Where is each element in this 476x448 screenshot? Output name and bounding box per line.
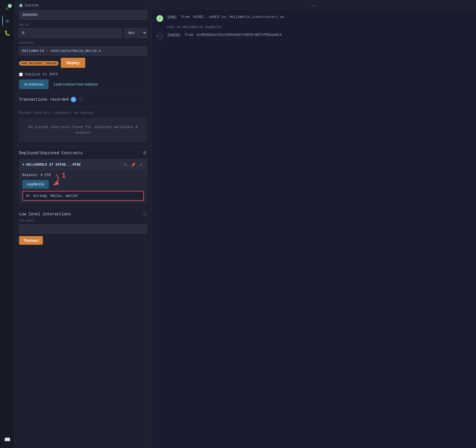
balance-value: 0 ETH [41,173,51,177]
at-address-row: At Address Load contract from Address [19,79,147,89]
sidebar-icon-docs[interactable]: 📖 [2,435,12,445]
sidebar-icon-deploy[interactable]: ◇ [2,16,12,26]
deploy-button[interactable]: Deploy [61,58,85,68]
result-text: 0: string: Hello, world! [26,194,79,198]
transactions-row[interactable]: Transactions recorded 1 ⓘ › [15,93,152,107]
low-level-section: Low level interactions ⓘ CALLDATA Transa… [15,207,152,249]
pin-button[interactable]: 📌 [130,162,137,168]
contract-select-wrapper: HelloWorld - contracts/Hello_World.s [19,46,147,56]
calldata-input[interactable] [19,225,147,234]
call-to-label: call to HelloWorld.sayHello [156,25,472,29]
no-pinned-text: No pinned contracts found for selected w… [28,125,138,135]
chevron-right-icon: › [145,98,147,102]
publish-checkbox[interactable] [19,73,23,76]
transact-button[interactable]: Transact [19,236,43,245]
contract-item: ▼ HELLOWORLD AT 0XF8E...9FBE ⧉ 📌 ✕ Balan… [19,159,147,204]
custom-radio-row: Custom [19,3,147,8]
vm-tag: [vm] [167,15,177,19]
low-level-header: Low level interactions ⓘ [19,212,147,217]
say-hello-button[interactable]: sayHello [22,180,49,189]
value-input[interactable] [19,28,122,38]
pinned-section: Pinned Contracts (network: vm-cancun) No… [15,107,152,146]
at-address-button[interactable]: At Address [19,79,48,89]
console-entries: ✓ [vm] from: 0x5B3...eddC4 to: HelloWorl… [152,10,476,44]
trash-icon[interactable]: 🗑 [143,150,147,156]
pinned-title: Pinned Contracts (network: vm-cancun) [19,110,147,115]
balance-row: Balance: 0 ETH [22,173,144,177]
balance-label: Balance: [22,173,41,177]
console-text-2: [call] from: 0x5B38Da6a701c568545dCfcB03… [167,33,281,38]
deployed-section: Deployed/Unpinned Contracts 🗑 ▼ HELLOWOR… [15,146,152,207]
load-contract-button[interactable]: Load contract from Address [48,79,103,89]
deployed-header: Deployed/Unpinned Contracts 🗑 [19,150,147,156]
annotation-number: 1 [62,171,66,180]
console-entry-2: CALL [call] from: 0x5B38Da6a701c568545dC… [156,33,472,40]
chevron-down-icon[interactable]: ▼ [22,163,24,167]
transactions-badge: 1 [71,97,76,102]
say-hello-wrapper: sayHello 1 [22,180,49,189]
console-msg-1: from: 0x5B3...eddC4 to: HelloWorld.(cons… [181,15,284,19]
close-button[interactable]: ✕ [138,162,144,168]
console-area: ✓ [vm] from: 0x5B3...eddC4 to: HelloWorl… [152,10,476,448]
unit-select[interactable]: Wei Gwei Ether [124,28,147,38]
gas-limit-input[interactable]: 3000000 [19,10,147,20]
plugin-badge: ✓ [8,4,12,8]
debug-icon: 🐛 [4,30,10,36]
transactions-title: Transactions recorded [19,97,68,102]
calldata-input-row [19,225,147,236]
console-text-1: [vm] from: 0x5B3...eddC4 to: HelloWorld.… [167,15,284,20]
no-pinned-box: No pinned contracts found for selected w… [19,118,147,142]
contract-label: CONTRACT [19,41,147,45]
custom-radio[interactable] [19,4,23,7]
deployed-title: Deployed/Unpinned Contracts [19,151,143,155]
sidebar: ⇄ ✓ ◇ 🐛 📖 [0,0,15,448]
contract-header: ▼ HELLOWORLD AT 0XF8E...9FBE ⧉ 📌 ✕ [19,159,147,170]
info-icon: ⓘ [78,97,82,102]
result-box: 0: string: Hello, world! [22,191,144,201]
calldata-label: CALLDATA [19,219,147,222]
docs-icon: 📖 [4,437,10,443]
left-panel: Custom 3000000 VALUE Wei Gwei Ether CONT… [15,0,152,448]
deploy-icon: ◇ [6,18,9,24]
call-icon-2: CALL [156,33,163,40]
gas-section: Custom 3000000 VALUE Wei Gwei Ether CONT… [15,0,152,93]
publish-row: Publish to IPFS [19,72,147,77]
publish-label: Publish to IPFS [25,72,58,77]
copy-button[interactable]: ⧉ [123,162,128,168]
low-level-info-icon: ⓘ [143,212,147,217]
low-level-title: Low level interactions [19,212,143,216]
value-row: Wei Gwei Ether [19,28,147,38]
contract-select[interactable]: HelloWorld - contracts/Hello_World.s [19,46,147,56]
call-tag: [call] [167,33,181,37]
right-panel: ⌄⌄ ✓ [vm] from: 0x5B3...eddC4 to: HelloW… [152,0,476,448]
sidebar-icon-plugin[interactable]: ⇄ ✓ [2,3,12,13]
contract-name: HELLOWORLD AT 0XF8E...9FBE [26,163,121,167]
console-entry-1: ✓ [vm] from: 0x5B3...eddC4 to: HelloWorl… [156,15,472,22]
contract-body: Balance: 0 ETH sayHello 1 [19,170,147,204]
pinned-network: (network: vm-cancun) [54,111,94,115]
sidebar-icon-debug[interactable]: 🐛 [2,28,12,38]
evm-badge: evm version: cancun [19,61,59,66]
custom-label: Custom [25,3,38,8]
success-icon-1: ✓ [156,15,163,22]
console-msg-2: from: 0x5B38Da6a701c568545dCfcB03FcB875f… [185,33,282,37]
collapse-icon: ⌄⌄ [312,3,316,7]
collapse-button[interactable]: ⌄⌄ [152,0,476,10]
value-label: VALUE [19,23,147,26]
